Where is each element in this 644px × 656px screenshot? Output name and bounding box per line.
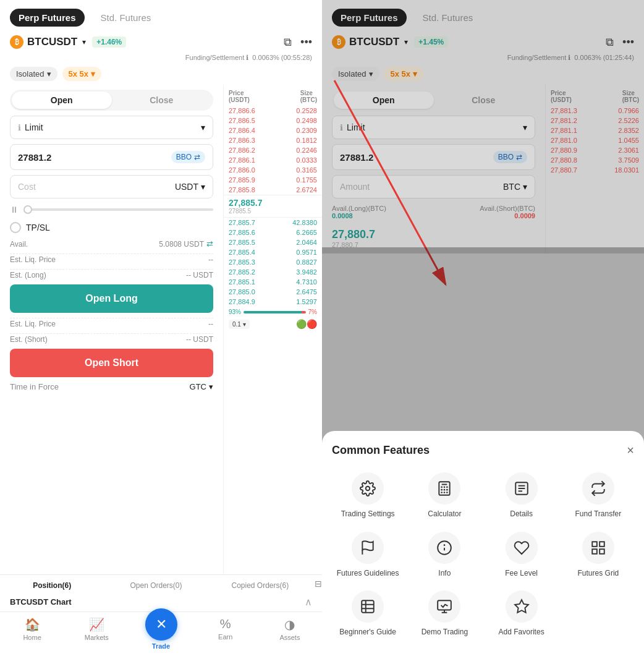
nav-assets[interactable]: ◑ Assets bbox=[258, 617, 322, 650]
modal-item-trading-settings[interactable]: Trading Settings bbox=[332, 472, 404, 519]
more-icon-right[interactable]: ••• bbox=[622, 36, 634, 49]
svg-rect-24 bbox=[362, 601, 374, 613]
limit-select-right[interactable]: ℹ Limit ▾ bbox=[332, 116, 535, 139]
ob-size-chevron-left: ▾ bbox=[243, 321, 246, 328]
ob-color-dots-left: 🟢🔴 bbox=[296, 319, 317, 329]
nav-home[interactable]: 🏠 Home bbox=[0, 617, 64, 650]
price-change-right: +1.45% bbox=[414, 36, 448, 48]
modal-item-details[interactable]: Details bbox=[486, 472, 557, 519]
nav-trade[interactable]: ✕ Trade bbox=[129, 617, 193, 650]
btc-select-right[interactable]: BTC ▾ bbox=[503, 182, 527, 192]
price-row-left[interactable]: 27881.2 BBO ⇄ bbox=[10, 144, 213, 170]
add-favorites-icon bbox=[506, 590, 538, 623]
open-tab-right[interactable]: Open bbox=[334, 92, 434, 109]
tab-std-futures-left[interactable]: Std. Futures bbox=[92, 9, 160, 27]
modal-item-add-favorites[interactable]: Add Favorites bbox=[486, 590, 557, 637]
order-book-left: Price(USDT) Size(BTC) 27,886.60.2528 27,… bbox=[223, 85, 322, 574]
isolated-badge-left[interactable]: Isolated ▾ bbox=[10, 67, 57, 81]
markets-icon: 📈 bbox=[89, 617, 104, 632]
ob-bid-6: 27,885.23.9482 bbox=[224, 267, 322, 277]
modal-item-fund-transfer[interactable]: Fund Transfer bbox=[562, 472, 634, 519]
ob-bar-row-left: 93% 7% bbox=[224, 307, 322, 317]
limit-info-icon: ℹ bbox=[18, 123, 21, 132]
ob-ask-5: 27,886.20.2246 bbox=[224, 145, 322, 155]
slider-thumb-left[interactable] bbox=[23, 205, 32, 214]
open-long-button[interactable]: Open Long bbox=[10, 284, 213, 313]
ob-bid-8: 27,885.02.6475 bbox=[224, 287, 322, 297]
leverage-badge-right[interactable]: 5x 5x ▾ bbox=[384, 67, 424, 81]
futures-guidelines-icon bbox=[352, 532, 384, 564]
btc-icon-right: ₿ bbox=[332, 35, 345, 49]
asset-name-right: BTCUSDT bbox=[349, 36, 399, 48]
ob-bar-red-fill bbox=[302, 311, 306, 313]
modal-item-calculator[interactable]: Calculator bbox=[409, 472, 480, 519]
leverage-chevron-left: ▾ bbox=[91, 69, 95, 79]
modal-item-demo-trading[interactable]: Demo Trading bbox=[409, 590, 480, 637]
bottom-tabs-left: Position(6) Open Orders(0) Copied Orders… bbox=[0, 574, 322, 592]
cost-row-left[interactable]: Cost USDT ▾ bbox=[10, 175, 213, 198]
pause-icon-left: ⏸ bbox=[10, 205, 19, 215]
bbo-badge-left[interactable]: BBO ⇄ bbox=[171, 151, 205, 163]
asset-chevron-right[interactable]: ▾ bbox=[404, 38, 408, 46]
copied-orders-tab-left[interactable]: Copied Orders(6) bbox=[208, 579, 312, 592]
asset-chevron-left[interactable]: ▾ bbox=[82, 38, 86, 46]
right-dimmed-content: Perp Futures Std. Futures ₿ BTCUSDT ▾ +1… bbox=[322, 0, 644, 253]
est-liq-short-val: -- bbox=[208, 320, 213, 328]
modal-close-button[interactable]: × bbox=[627, 443, 634, 458]
open-orders-tab-left[interactable]: Open Orders(0) bbox=[104, 579, 208, 592]
isolated-badge-right[interactable]: Isolated ▾ bbox=[332, 67, 379, 81]
open-tab-left[interactable]: Open bbox=[12, 92, 112, 109]
funding-value-right: 0.0063% (01:25:44) bbox=[574, 54, 634, 61]
ob-size-select-left[interactable]: 0.1 ▾ bbox=[229, 320, 250, 329]
calculator-label: Calculator bbox=[428, 509, 461, 519]
ob-ask-7: 27,886.00.3165 bbox=[224, 165, 322, 175]
modal-item-futures-guidelines[interactable]: Futures Guidelines bbox=[332, 532, 404, 579]
candlestick-icon-left[interactable]: ⧉ bbox=[284, 36, 292, 49]
ob-ask-2: 27,886.50.2498 bbox=[224, 116, 322, 126]
position-tab-left[interactable]: Position(6) bbox=[0, 579, 104, 592]
avail-exchange-icon-left[interactable]: ⇄ bbox=[206, 239, 213, 249]
est-long-label: Est. (Long) bbox=[10, 271, 46, 279]
slider-row-left: ⏸ bbox=[10, 203, 213, 216]
left-main-content: Open Close ℹ Limit ▾ 27881.2 BBO ⇄ bbox=[0, 85, 322, 574]
right-tab-bar: Perp Futures Std. Futures bbox=[322, 0, 644, 32]
tab-std-futures-right[interactable]: Std. Futures bbox=[414, 9, 482, 27]
right-order-book: Price(USDT) Size(BTC) 27,881.30.7966 27,… bbox=[545, 85, 644, 253]
open-short-button[interactable]: Open Short bbox=[10, 349, 213, 377]
slider-track-left[interactable] bbox=[23, 208, 213, 211]
tab-perp-futures-left[interactable]: Perp Futures bbox=[10, 9, 85, 27]
tpsl-label-left: TP/SL bbox=[26, 223, 50, 232]
modal-item-beginners-guide[interactable]: Beginner's Guide bbox=[332, 590, 404, 637]
leverage-badge-left[interactable]: 5x 5x ▾ bbox=[62, 67, 102, 81]
ob-ask-1: 27,886.60.2528 bbox=[224, 106, 322, 116]
add-favorites-label: Add Favorites bbox=[499, 628, 544, 637]
amount-row-right[interactable]: Amount BTC ▾ bbox=[332, 175, 535, 198]
right-mid-price-area: 27,880.7 27,880.7 bbox=[332, 228, 535, 249]
close-tab-right[interactable]: Close bbox=[434, 92, 534, 109]
ob-ask-4: 27,886.30.1812 bbox=[224, 135, 322, 145]
tif-select-left[interactable]: GTC ▾ bbox=[190, 382, 213, 391]
nav-earn[interactable]: % Earn bbox=[193, 617, 258, 650]
est-liq-short-label: Est. Liq. Price bbox=[10, 320, 56, 328]
modal-item-fee-level[interactable]: Fee Level bbox=[486, 532, 557, 579]
candlestick-icon-right[interactable]: ⧉ bbox=[606, 36, 614, 49]
tab-perp-futures-right[interactable]: Perp Futures bbox=[332, 9, 407, 27]
nav-markets[interactable]: 📈 Markets bbox=[64, 617, 129, 650]
collapse-icon-left[interactable]: ∧ bbox=[305, 596, 312, 608]
price-row-right[interactable]: 27881.2 BBO ⇄ bbox=[332, 144, 535, 170]
currency-select-left[interactable]: USDT ▾ bbox=[175, 182, 205, 192]
more-icon-left[interactable]: ••• bbox=[300, 36, 312, 49]
modal-item-futures-grid[interactable]: Futures Grid bbox=[562, 532, 634, 579]
common-features-modal: Common Features × Trading Settings Calcu… bbox=[322, 431, 644, 656]
close-tab-left[interactable]: Close bbox=[112, 92, 212, 109]
home-icon: 🏠 bbox=[25, 617, 40, 632]
limit-select-left[interactable]: ℹ Limit ▾ bbox=[10, 116, 213, 139]
gtc-label-left: GTC bbox=[190, 382, 206, 391]
controls-row-left: Isolated ▾ 5x 5x ▾ bbox=[0, 63, 322, 85]
est-short-row: Est. (Short) -- USDT bbox=[10, 333, 213, 344]
bbo-badge-right[interactable]: BBO ⇄ bbox=[493, 151, 527, 163]
ob-bar-track-left bbox=[244, 311, 306, 313]
est-liq-long-label: Est. Liq. Price bbox=[10, 255, 56, 264]
tpsl-toggle-left[interactable] bbox=[10, 222, 21, 233]
modal-item-info[interactable]: Info bbox=[409, 532, 480, 579]
